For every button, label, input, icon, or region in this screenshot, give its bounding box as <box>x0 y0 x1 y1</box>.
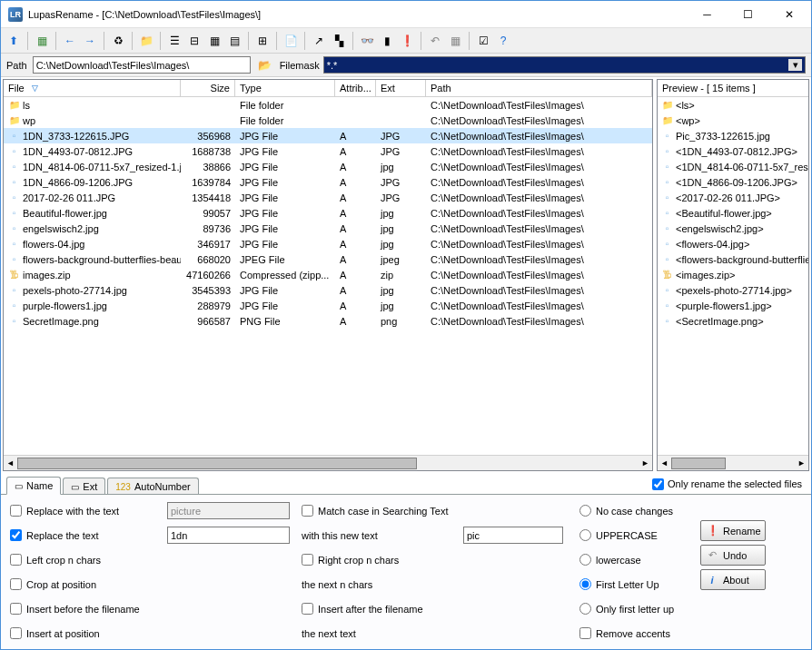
up-folder-icon[interactable]: ⬆ <box>5 32 23 50</box>
tool-2-icon[interactable]: ⊟ <box>185 32 203 50</box>
insert-after-checkbox[interactable] <box>302 603 313 615</box>
right-crop-checkbox[interactable] <box>302 554 313 566</box>
only-selected-checkbox[interactable] <box>652 478 664 490</box>
undo-button[interactable]: ↶Undo <box>700 545 766 566</box>
preview-scroll-left-icon[interactable]: ◄ <box>658 458 671 468</box>
only-first-radio[interactable] <box>579 603 591 615</box>
rename-button[interactable]: ❗Rename <box>700 520 766 541</box>
tool-6-icon[interactable]: ↗ <box>310 32 328 50</box>
col-type[interactable]: Type <box>235 80 335 96</box>
preview-h-scrollbar[interactable]: ◄ ► <box>658 455 808 470</box>
table-row[interactable]: ▫1DN_4866-09-1206.JPG1639784JPG FileAJPG… <box>4 174 652 190</box>
color-icon[interactable]: ▚ <box>330 32 348 50</box>
file-list-body[interactable]: 📁lsFile folderC:\NetDownload\TestFiles\I… <box>4 97 652 455</box>
tool-5-icon[interactable]: ⊞ <box>253 32 272 50</box>
table-row[interactable]: ▫pexels-photo-27714.jpg3545393JPG FileAj… <box>4 282 652 298</box>
col-attrib[interactable]: Attrib... <box>335 80 376 96</box>
preview-item[interactable]: 📁<ls> <box>658 97 808 113</box>
preview-scroll-right-icon[interactable]: ► <box>795 458 808 468</box>
preview-item[interactable]: ▫<pexels-photo-27714.jpg> <box>658 282 808 298</box>
tool-4-icon[interactable]: ▤ <box>225 32 243 50</box>
table-row[interactable]: ▫engelswisch2.jpg89736JPG FileAjpgC:\Net… <box>4 221 652 236</box>
col-file[interactable]: File▽ <box>4 80 181 96</box>
tab-ext[interactable]: ▭Ext <box>63 478 105 495</box>
replace-with-text-input[interactable] <box>167 502 290 519</box>
maximize-button[interactable]: ☐ <box>728 2 768 27</box>
glasses-icon[interactable]: 👓 <box>358 32 376 50</box>
table-row[interactable]: ▫2017-02-26 011.JPG1354418JPG FileAJPGC:… <box>4 190 652 205</box>
preview-item[interactable]: ▫<SecretImage.png> <box>658 313 808 329</box>
exclaim-icon[interactable]: ❗ <box>398 32 416 50</box>
uppercase-radio[interactable] <box>579 529 591 541</box>
preview-item[interactable]: ▫<Beautiful-flower.jpg> <box>658 205 808 221</box>
no-case-radio[interactable] <box>579 505 591 517</box>
insert-before-label: Insert before the filename <box>26 604 140 615</box>
about-button[interactable]: iAbout <box>700 569 766 590</box>
recycle-icon[interactable]: ♻ <box>109 32 127 50</box>
with-new-text-input[interactable] <box>463 527 563 544</box>
table-row[interactable]: ▫Beautiful-flower.jpg99057JPG FileAjpgC:… <box>4 205 652 221</box>
table-row[interactable]: ▫1DN_4814-06-0711-5x7_resized-1.j...3886… <box>4 159 652 174</box>
path-input[interactable] <box>33 56 251 74</box>
insert-before-checkbox[interactable] <box>10 603 22 615</box>
table-row[interactable]: 🗜images.zip47160266Compressed (zipp...Az… <box>4 267 652 282</box>
preview-item[interactable]: ▫<flowers-04.jpg> <box>658 236 808 251</box>
replace-the-text-checkbox[interactable] <box>10 529 22 541</box>
browse-folder-icon[interactable]: 📂 <box>256 56 274 74</box>
preview-item[interactable]: 🗜<images.zip> <box>658 267 808 282</box>
close-button[interactable]: ✕ <box>768 2 809 27</box>
table-row[interactable]: ▫SecretImage.png966587PNG FileApngC:\Net… <box>4 313 652 329</box>
table-row[interactable]: ▫1DN_4493-07-0812.JPG1688738JPG FileAJPG… <box>4 143 652 159</box>
preview-item[interactable]: ▫<1DN_4866-09-1206.JPG> <box>658 174 808 190</box>
undo-icon[interactable]: ↶ <box>426 32 444 50</box>
table-row[interactable]: 📁lsFile folderC:\NetDownload\TestFiles\I… <box>4 97 652 113</box>
tab-autonumber[interactable]: 123AutoNumber <box>107 478 198 495</box>
scroll-right-icon[interactable]: ► <box>639 458 652 468</box>
back-icon[interactable]: ← <box>61 32 79 50</box>
minimize-button[interactable]: ─ <box>687 2 728 27</box>
preview-item[interactable]: ▫<engelswisch2.jpg> <box>658 221 808 236</box>
match-case-checkbox[interactable] <box>302 505 313 517</box>
tab-name[interactable]: ▭Name <box>6 477 61 495</box>
replace-with-text-checkbox[interactable] <box>10 505 22 517</box>
tool-7-icon[interactable]: ▦ <box>446 32 464 50</box>
lowercase-radio[interactable] <box>579 554 591 566</box>
remove-accents-checkbox[interactable] <box>579 627 591 639</box>
tool-8-icon[interactable]: ☑ <box>474 32 492 50</box>
crop-at-checkbox[interactable] <box>10 578 22 590</box>
preview-item[interactable]: 📁<wp> <box>658 113 808 128</box>
preview-header[interactable]: Preview - [ 15 items ] <box>658 80 808 97</box>
filemask-dropdown-icon[interactable]: ▾ <box>788 59 802 71</box>
preview-item-name: <1DN_4866-09-1206.JPG> <box>676 177 797 188</box>
tool-3-icon[interactable]: ▦ <box>205 32 223 50</box>
scroll-left-icon[interactable]: ◄ <box>4 458 17 468</box>
preview-item[interactable]: ▫<purple-flowers1.jpg> <box>658 298 808 313</box>
left-crop-checkbox[interactable] <box>10 554 22 566</box>
insert-at-checkbox[interactable] <box>10 627 22 639</box>
col-ext[interactable]: Ext <box>376 80 426 96</box>
col-path[interactable]: Path <box>426 80 652 96</box>
h-scrollbar[interactable]: ◄ ► <box>4 455 652 470</box>
table-row[interactable]: 📁wpFile folderC:\NetDownload\TestFiles\I… <box>4 113 652 128</box>
first-letter-up-radio[interactable] <box>579 578 591 590</box>
preview-list-body[interactable]: 📁<ls>📁<wp>▫Pic_3733-122615.jpg▫<1DN_4493… <box>658 97 808 455</box>
refresh-icon[interactable]: ▦ <box>33 32 51 50</box>
table-row[interactable]: ▫purple-flowers1.jpg288979JPG FileAjpgC:… <box>4 298 652 313</box>
table-row[interactable]: ▫flowers-04.jpg346917JPG FileAjpgC:\NetD… <box>4 236 652 251</box>
preview-item[interactable]: ▫<1DN_4493-07-0812.JPG> <box>658 143 808 159</box>
preview-item[interactable]: ▫<1DN_4814-06-0711-5x7_resized-1. <box>658 159 808 174</box>
preview-item[interactable]: ▫<2017-02-26 011.JPG> <box>658 190 808 205</box>
tool-1-icon[interactable]: ☰ <box>165 32 183 50</box>
replace-the-text-input[interactable] <box>167 527 290 544</box>
folder-icon[interactable]: 📁 <box>137 32 155 50</box>
barcode-icon[interactable]: ▮ <box>378 32 396 50</box>
preview-item[interactable]: ▫<flowers-background-butterflies-bea. <box>658 251 808 267</box>
table-row[interactable]: ▫1DN_3733-122615.JPG356968JPG FileAJPGC:… <box>4 128 652 143</box>
table-row[interactable]: ▫flowers-background-butterflies-beau...6… <box>4 251 652 267</box>
col-size[interactable]: Size <box>181 80 235 96</box>
forward-icon[interactable]: → <box>81 32 99 50</box>
doc-icon[interactable]: 📄 <box>282 32 300 50</box>
filemask-input[interactable]: *.* ▾ <box>323 56 806 74</box>
help-icon[interactable]: ? <box>494 32 512 50</box>
preview-item[interactable]: ▫Pic_3733-122615.jpg <box>658 128 808 143</box>
